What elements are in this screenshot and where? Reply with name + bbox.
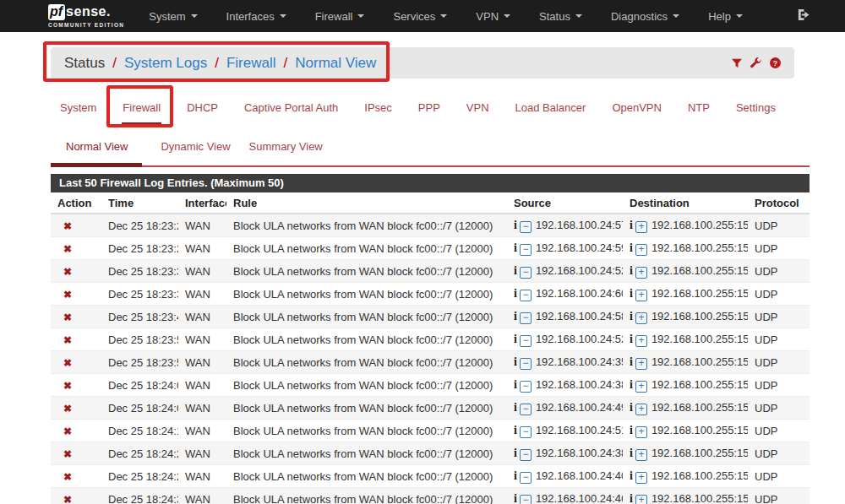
tab-settings[interactable]: Settings (735, 89, 777, 126)
block-x-icon[interactable]: ✖ (63, 425, 72, 437)
info-icon[interactable]: i (514, 355, 517, 368)
minus-square-icon[interactable]: − (520, 244, 532, 256)
help-icon[interactable]: ? (770, 57, 781, 68)
subtab-normal-view[interactable]: Normal View (51, 129, 142, 167)
minus-square-icon[interactable]: − (520, 381, 532, 393)
info-icon[interactable]: i (630, 447, 633, 459)
block-x-icon[interactable]: ✖ (63, 494, 72, 504)
plus-square-icon[interactable]: + (635, 449, 647, 461)
block-x-icon[interactable]: ✖ (63, 266, 72, 278)
block-x-icon[interactable]: ✖ (63, 403, 72, 415)
nav-item-status[interactable]: Status (525, 0, 597, 32)
info-icon[interactable]: i (514, 401, 517, 414)
block-x-icon[interactable]: ✖ (63, 471, 72, 483)
info-icon[interactable]: i (514, 264, 517, 277)
tab-load-balancer[interactable]: Load Balancer (515, 89, 587, 126)
source-cell: i−192.168.100.24:46219 (507, 488, 623, 504)
info-icon[interactable]: i (630, 378, 633, 391)
block-x-icon[interactable]: ✖ (63, 220, 72, 232)
info-icon[interactable]: i (514, 310, 517, 322)
nav-item-help[interactable]: Help (694, 0, 757, 32)
block-x-icon[interactable]: ✖ (63, 243, 72, 255)
info-icon[interactable]: i (514, 219, 517, 231)
tab-captive-portal-auth[interactable]: Captive Portal Auth (243, 89, 339, 126)
tab-ppp[interactable]: PPP (417, 89, 441, 126)
info-icon[interactable]: i (630, 355, 633, 368)
block-x-icon[interactable]: ✖ (63, 312, 72, 323)
info-icon[interactable]: i (514, 241, 517, 254)
block-x-icon[interactable]: ✖ (63, 289, 72, 301)
info-icon[interactable]: i (630, 333, 633, 345)
plus-square-icon[interactable]: + (635, 335, 647, 347)
action-cell: ✖ (51, 237, 101, 260)
nav-item-interfaces[interactable]: Interfaces (212, 0, 301, 32)
plus-square-icon[interactable]: + (635, 472, 647, 484)
minus-square-icon[interactable]: − (520, 221, 532, 233)
info-icon[interactable]: i (514, 469, 517, 482)
info-icon[interactable]: i (630, 424, 633, 436)
plus-square-icon[interactable]: + (635, 404, 647, 415)
nav-item-services[interactable]: Services (379, 0, 461, 32)
nav-item-diagnostics[interactable]: Diagnostics (597, 0, 694, 32)
info-icon[interactable]: i (630, 492, 633, 504)
nav-item-vpn[interactable]: VPN (461, 0, 525, 32)
block-x-icon[interactable]: ✖ (63, 334, 72, 346)
plus-square-icon[interactable]: + (635, 244, 647, 256)
minus-square-icon[interactable]: − (520, 449, 532, 461)
logout-button[interactable] (797, 8, 810, 24)
minus-square-icon[interactable]: − (520, 404, 532, 415)
minus-square-icon[interactable]: − (520, 335, 532, 347)
plus-square-icon[interactable]: + (635, 267, 647, 279)
action-cell: ✖ (51, 306, 101, 328)
info-icon[interactable]: i (630, 241, 633, 254)
tab-firewall[interactable]: Firewall (122, 89, 161, 126)
breadcrumb-firewall[interactable]: Firewall (226, 55, 276, 72)
wrench-icon[interactable] (750, 57, 761, 68)
block-x-icon[interactable]: ✖ (63, 380, 72, 392)
block-x-icon[interactable]: ✖ (63, 357, 72, 369)
breadcrumb-normal-view[interactable]: Normal View (295, 55, 376, 72)
minus-square-icon[interactable]: − (520, 426, 532, 438)
info-icon[interactable]: i (630, 401, 633, 414)
info-icon[interactable]: i (630, 219, 633, 231)
info-icon[interactable]: i (630, 264, 633, 277)
tab-openvpn[interactable]: OpenVPN (611, 89, 662, 126)
info-icon[interactable]: i (514, 447, 517, 459)
block-x-icon[interactable]: ✖ (63, 448, 72, 460)
plus-square-icon[interactable]: + (635, 221, 647, 233)
info-icon[interactable]: i (630, 469, 633, 482)
plus-square-icon[interactable]: + (635, 290, 647, 301)
info-icon[interactable]: i (514, 333, 517, 345)
minus-square-icon[interactable]: − (520, 358, 532, 370)
tab-system[interactable]: System (59, 89, 97, 126)
minus-square-icon[interactable]: − (520, 472, 532, 484)
info-icon[interactable]: i (630, 310, 633, 322)
breadcrumb-system-logs[interactable]: System Logs (124, 55, 207, 72)
info-icon[interactable]: i (514, 287, 517, 300)
tab-ntp[interactable]: NTP (687, 89, 711, 126)
destination-cell: i+192.168.100.255:15600 (623, 351, 748, 374)
nav-item-system[interactable]: System (134, 0, 211, 32)
plus-square-icon[interactable]: + (635, 358, 647, 370)
plus-square-icon[interactable]: + (635, 495, 647, 504)
tab-vpn[interactable]: VPN (466, 89, 490, 126)
info-icon[interactable]: i (514, 492, 517, 504)
pfsense-logo[interactable]: pfsense. COMMUNITY EDITION (48, 4, 124, 28)
subtab-dynamic-view[interactable]: Dynamic View (161, 129, 230, 165)
filter-icon[interactable] (732, 58, 742, 68)
info-icon[interactable]: i (630, 287, 633, 300)
plus-square-icon[interactable]: + (635, 381, 647, 393)
plus-square-icon[interactable]: + (635, 312, 647, 324)
rule-cell: Block ULA networks from WAN block fc00::… (226, 283, 507, 306)
plus-square-icon[interactable]: + (635, 426, 647, 438)
subtab-summary-view[interactable]: Summary View (249, 129, 323, 165)
info-icon[interactable]: i (514, 378, 517, 391)
info-icon[interactable]: i (514, 424, 517, 436)
minus-square-icon[interactable]: − (520, 290, 532, 301)
tab-ipsec[interactable]: IPsec (363, 89, 393, 126)
nav-item-firewall[interactable]: Firewall (301, 0, 379, 32)
tab-dhcp[interactable]: DHCP (186, 89, 219, 126)
minus-square-icon[interactable]: − (520, 312, 532, 324)
minus-square-icon[interactable]: − (520, 495, 532, 504)
minus-square-icon[interactable]: − (520, 267, 532, 279)
